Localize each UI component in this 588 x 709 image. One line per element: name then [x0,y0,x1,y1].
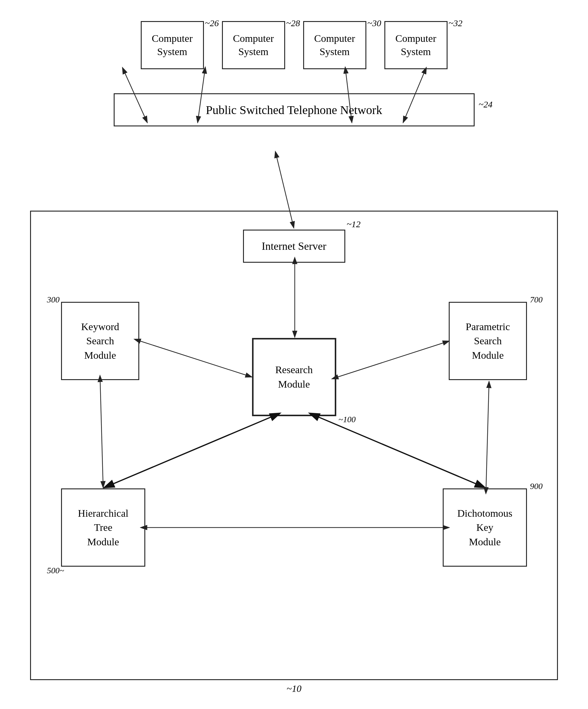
pstn-box: Public Switched Telephone Network [114,93,475,126]
hierarchical-tree-label: Hierarchical Tree Module [78,506,129,549]
svg-line-5 [140,341,252,377]
internet-server-box: Internet Server [243,230,345,263]
svg-line-10 [486,381,489,488]
keyword-search-ref: 300 [47,294,60,306]
main-system-box: ~10 Internet Server ~12 Keyword Search M… [30,211,558,680]
computer-system-30: Computer System [303,21,366,69]
svg-line-9 [100,381,103,488]
cs28-ref: ~28 [286,18,300,28]
computer-system-28: Computer System [222,21,285,69]
parametric-search-module: Parametric Search Module 700 [449,302,527,380]
internal-arrows-svg [31,212,557,679]
cs30-label: Computer System [314,32,355,58]
parametric-search-ref: 700 [530,294,542,306]
computer-systems-row: Computer System ~26 Computer System ~28 … [30,21,558,69]
dichotomous-key-label: Dichotomous Key Module [457,506,512,549]
cs26-ref: ~26 [205,18,219,28]
svg-line-8 [318,417,485,488]
dichotomous-key-ref: 900 [530,480,542,492]
computer-system-26: Computer System [141,21,204,69]
pstn-ref: ~24 [478,99,492,109]
cs32-ref: ~32 [448,18,462,28]
research-module: Research Module ~100 [252,338,336,416]
research-module-ref: ~100 [338,414,356,425]
computer-system-32: Computer System [384,21,448,69]
svg-line-6 [337,341,449,377]
hierarchical-tree-ref: 500~ [47,564,64,576]
dichotomous-key-module: Dichotomous Key Module 900 [443,489,527,567]
keyword-search-label: Keyword Search Module [81,320,119,363]
hierarchical-tree-module: Hierarchical Tree Module 500~ [61,489,145,567]
keyword-search-module: Keyword Search Module 300 [61,302,139,380]
cs28-label: Computer System [233,32,274,58]
internet-server-label: Internet Server [262,240,326,253]
cs32-label: Computer System [395,32,437,58]
research-module-label: Research Module [275,363,313,391]
pstn-row: Public Switched Telephone Network ~24 [30,93,558,126]
pstn-label: Public Switched Telephone Network [206,103,382,117]
cs26-label: Computer System [152,32,193,58]
svg-line-7 [104,417,272,488]
diagram-container: Computer System ~26 Computer System ~28 … [30,12,558,698]
parametric-search-label: Parametric Search Module [466,320,510,363]
system-box-ref: ~10 [287,683,301,694]
cs30-ref: ~30 [367,18,381,28]
internet-server-ref: ~12 [347,219,361,229]
